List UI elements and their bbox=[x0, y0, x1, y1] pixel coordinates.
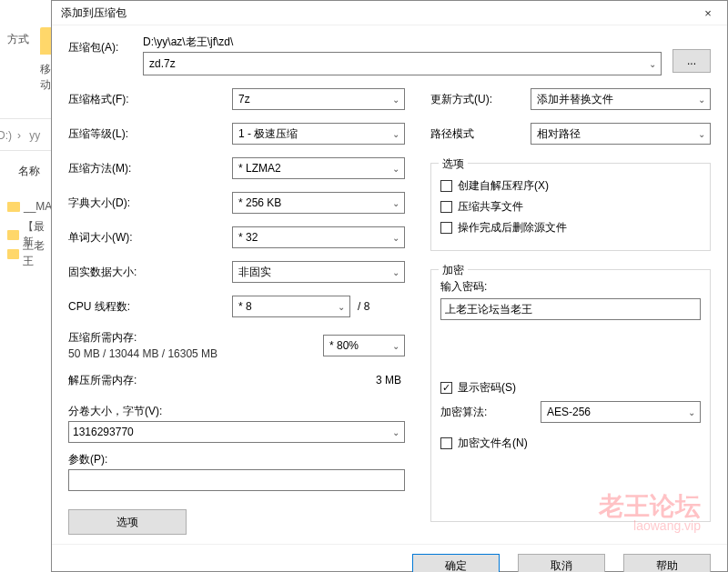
bg-name-header: 名称 bbox=[18, 164, 40, 179]
add-to-archive-dialog: 添加到压缩包 × 压缩包(A): D:\yy\az\老王\jf\zd\ ⌄ ..… bbox=[51, 0, 728, 572]
options-fieldset: 选项 创建自解压程序(X) 压缩共享文件 操作完成后删除源文件 bbox=[430, 163, 711, 251]
dialog-body: 压缩包(A): D:\yy\az\老王\jf\zd\ ⌄ ... 压缩格式(F)… bbox=[52, 25, 727, 544]
encryption-fieldset: 加密 输入密码: 显示密码(S) 加密算法: AES-256 ⌄ bbox=[430, 269, 711, 522]
show-password-label: 显示密码(S) bbox=[458, 380, 516, 396]
bg-separator bbox=[0, 118, 54, 119]
level-label: 压缩等级(L): bbox=[68, 126, 232, 142]
folder-icon bbox=[7, 249, 19, 259]
ok-button[interactable]: 确定 bbox=[412, 554, 500, 572]
params-input[interactable] bbox=[68, 469, 405, 491]
solid-select[interactable]: 非固实 ⌄ bbox=[232, 261, 405, 283]
bg-separator-2 bbox=[0, 150, 54, 151]
background-explorer: 方式 移动 (D:)› yy 名称 __MA 【最新 上老王 bbox=[0, 0, 55, 572]
update-select[interactable]: 添加并替换文件 ⌄ bbox=[531, 88, 711, 110]
right-column: 更新方式(U): 添加并替换文件 ⌄ 路径模式 相对路径 ⌄ 选项 bbox=[430, 88, 711, 535]
share-label: 压缩共享文件 bbox=[458, 199, 523, 215]
password-input[interactable] bbox=[440, 298, 701, 320]
volume-combo[interactable]: ⌄ bbox=[68, 421, 405, 443]
left-column: 压缩格式(F): 7z ⌄ 压缩等级(L): 1 - 极速压缩 ⌄ 压缩方法(M… bbox=[68, 88, 405, 535]
decompress-mem-value: 3 MB bbox=[178, 374, 405, 386]
method-select[interactable]: * LZMA2 ⌄ bbox=[232, 157, 405, 179]
dict-label: 字典大小(D): bbox=[68, 196, 232, 211]
titlebar: 添加到压缩包 × bbox=[52, 1, 727, 25]
dict-select[interactable]: * 256 KB ⌄ bbox=[232, 192, 405, 214]
share-checkbox[interactable] bbox=[440, 201, 452, 213]
word-select[interactable]: * 32 ⌄ bbox=[232, 226, 405, 248]
cancel-button[interactable]: 取消 bbox=[518, 554, 605, 572]
word-label: 单词大小(W): bbox=[68, 230, 232, 246]
mem-percent-select[interactable]: * 80% ⌄ bbox=[323, 335, 405, 356]
level-select[interactable]: 1 - 极速压缩 ⌄ bbox=[232, 123, 405, 145]
archive-label: 压缩包(A): bbox=[68, 35, 132, 55]
sfx-checkbox[interactable] bbox=[440, 180, 452, 192]
cpu-label: CPU 线程数: bbox=[68, 299, 232, 315]
compress-mem-label: 压缩所需内存: bbox=[68, 330, 323, 346]
decompress-mem-label: 解压所需内存: bbox=[68, 373, 178, 388]
delete-after-label: 操作完成后删除源文件 bbox=[458, 220, 567, 236]
bg-breadcrumb: (D:)› yy bbox=[0, 129, 43, 142]
show-password-checkbox[interactable] bbox=[440, 382, 452, 394]
options-button[interactable]: 选项 bbox=[68, 509, 187, 535]
params-label: 参数(P): bbox=[68, 452, 405, 467]
update-label: 更新方式(U): bbox=[430, 92, 531, 107]
archive-path: D:\yy\az\老王\jf\zd\ bbox=[143, 35, 662, 50]
browse-button[interactable]: ... bbox=[672, 49, 711, 73]
enc-method-label: 加密算法: bbox=[440, 405, 541, 420]
bg-folder-row: __MA bbox=[7, 200, 52, 213]
pathmode-select[interactable]: 相对路径 ⌄ bbox=[531, 123, 711, 145]
encryption-legend: 加密 bbox=[439, 263, 468, 278]
compress-mem-value: 50 MB / 13044 MB / 16305 MB bbox=[68, 347, 323, 360]
volume-label: 分卷大小，字节(V): bbox=[68, 404, 405, 419]
close-icon: × bbox=[704, 6, 712, 20]
encrypt-filenames-checkbox[interactable] bbox=[440, 437, 452, 449]
format-select[interactable]: 7z ⌄ bbox=[232, 88, 405, 110]
pathmode-label: 路径模式 bbox=[430, 126, 531, 142]
help-button[interactable]: 帮助 bbox=[623, 554, 711, 572]
password-label: 输入密码: bbox=[440, 279, 701, 295]
bg-format-label: 方式 bbox=[7, 32, 29, 47]
cpu-total: / 8 bbox=[358, 300, 369, 313]
format-label: 压缩格式(F): bbox=[68, 92, 232, 107]
archive-row: 压缩包(A): D:\yy\az\老王\jf\zd\ ⌄ ... bbox=[68, 35, 711, 75]
delete-after-checkbox[interactable] bbox=[440, 222, 452, 234]
footer-buttons: 确定 取消 帮助 bbox=[52, 544, 727, 572]
folder-icon bbox=[7, 202, 20, 212]
dialog-title: 添加到压缩包 bbox=[61, 5, 126, 21]
bg-folder-row: 上老王 bbox=[7, 238, 54, 269]
close-button[interactable]: × bbox=[696, 1, 720, 25]
browse-label: ... bbox=[687, 55, 696, 67]
archive-name-input[interactable] bbox=[143, 52, 662, 75]
cpu-select[interactable]: * 8 ⌄ bbox=[232, 296, 350, 317]
options-legend: 选项 bbox=[439, 156, 468, 172]
method-label: 压缩方法(M): bbox=[68, 161, 232, 176]
volume-input[interactable] bbox=[68, 421, 405, 443]
sfx-label: 创建自解压程序(X) bbox=[458, 178, 549, 194]
solid-label: 固实数据大小: bbox=[68, 265, 232, 280]
enc-method-select[interactable]: AES-256 ⌄ bbox=[541, 401, 701, 423]
encrypt-filenames-label: 加密文件名(N) bbox=[458, 436, 528, 451]
two-columns: 压缩格式(F): 7z ⌄ 压缩等级(L): 1 - 极速压缩 ⌄ 压缩方法(M… bbox=[68, 88, 711, 535]
